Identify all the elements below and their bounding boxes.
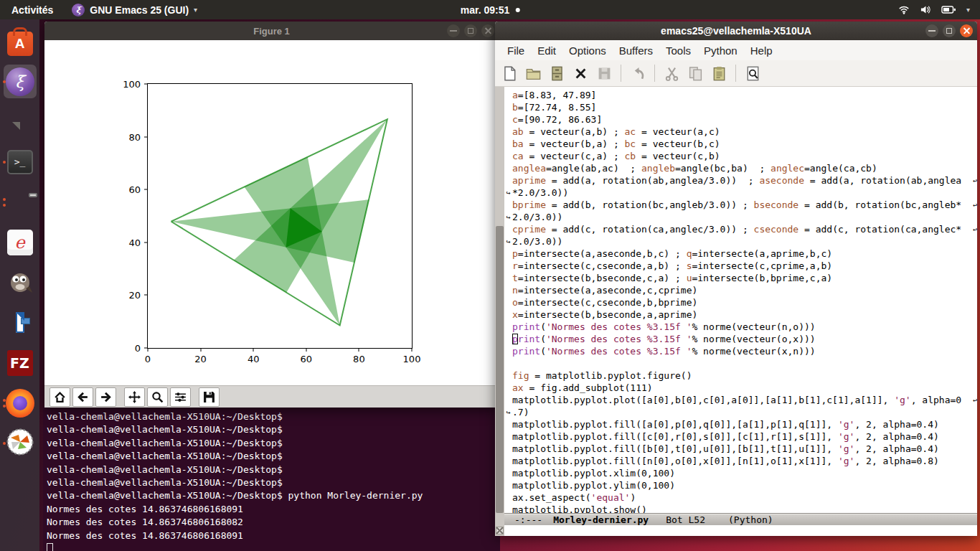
copy-icon-disabled[interactable] [684, 62, 706, 84]
wrap-continuation-icon [504, 321, 512, 333]
code-line: ↪2.0/3.0)) [504, 235, 977, 248]
save-icon-disabled[interactable] [593, 62, 615, 84]
code-text: bprime = add(b, rotation(bc,angleb/3.0))… [512, 199, 961, 211]
system-tray[interactable]: ▾ [898, 4, 980, 15]
code-token: r [512, 260, 518, 271]
code-token: = vecteur(c,a) ; [524, 151, 625, 161]
code-token: ba [512, 138, 524, 149]
code-token: b [512, 102, 518, 113]
minimize-button[interactable] [447, 24, 460, 37]
code-line: ↪*2.0/3.0)) [504, 187, 977, 199]
menu-edit[interactable]: Edit [531, 44, 562, 57]
menu-file[interactable]: File [501, 44, 531, 57]
emacs-title: emacs25@vellachemla-X510UA [661, 25, 811, 37]
menu-python[interactable]: Python [697, 44, 744, 57]
back-icon[interactable] [72, 387, 93, 407]
dock-item-emacs[interactable]: ξ [4, 65, 37, 98]
code-token: % norme(vecteur(x,n))) [692, 346, 815, 357]
code-line: b=[72.74, 8.55] [504, 101, 977, 113]
code-token: =intersecte(c,cseconde,b,bprime) [518, 297, 697, 308]
code-line: matplotlib.pyplot.plot([a[0],b[0],c[0],a… [504, 394, 977, 406]
code-line: n=intersecte(a,aseconde,c,cprime) [504, 284, 977, 296]
code-token: matplotlib.pyplot.fill([n[0],o[0],x[0]],… [512, 456, 838, 466]
code-token: 'Normes des cotes %3.15f ' [546, 334, 692, 344]
code-token: = vecteur(b,c) [636, 138, 720, 149]
dock-item-pinwheel-app[interactable] [4, 426, 37, 460]
activities-button[interactable]: Activités [0, 0, 65, 19]
code-token: bprime [512, 199, 546, 210]
dock-item-gimp[interactable] [4, 265, 37, 299]
minimize-button[interactable] [925, 24, 938, 37]
home-icon[interactable] [50, 387, 70, 407]
y-tick-label: 80 [128, 131, 141, 142]
close-button[interactable] [960, 24, 973, 37]
code-line: matplotlib.pyplot.fill([a[0],p[0],q[0]],… [504, 418, 977, 430]
zoom-icon[interactable] [147, 387, 168, 407]
code-line: bprime = add(b, rotation(bc,angleb/3.0))… [504, 199, 977, 211]
code-token: = add(a, rotation(ab,anglea/3.0)) ; [546, 175, 759, 186]
wrap-continuation-icon [504, 199, 512, 211]
dock-item-firefox[interactable] [4, 386, 37, 420]
chevron-down-icon: ▾ [194, 6, 197, 14]
code-token: t [512, 273, 518, 283]
code-token: = fig.add_subplot(111) [524, 382, 653, 393]
code-token: =intersecte(c,cprime,a,b) [692, 260, 832, 271]
wrap-continuation-icon: ↪ [504, 406, 512, 418]
clock-button[interactable]: mar. 09:51 [461, 0, 520, 19]
x-tick-label: 80 [353, 354, 365, 364]
menu-tools[interactable]: Tools [659, 44, 697, 57]
scrollbar-thumb[interactable] [496, 226, 504, 513]
wrap-continuation-icon [504, 369, 512, 382]
new-file-icon[interactable] [499, 62, 520, 84]
search-icon[interactable] [742, 62, 763, 84]
dock-item-libreoffice-writer[interactable] [4, 306, 37, 339]
dired-icon[interactable] [546, 62, 567, 84]
app-menu-button[interactable]: ξ GNU Emacs 25 (GUI) ▾ [65, 0, 204, 19]
dock-item-show-applications[interactable] [4, 512, 37, 546]
menu-buffers[interactable]: Buffers [613, 44, 659, 57]
code-text: matplotlib.pyplot.xlim(0,100) [512, 467, 675, 479]
dock-item-archive-manager[interactable] [4, 185, 37, 219]
code-token: .7) [512, 407, 529, 418]
maximize-button[interactable] [943, 24, 956, 37]
dock-item-ubuntu-software[interactable]: A [4, 24, 37, 58]
emacs-titlebar[interactable]: emacs25@vellachemla-X510UA [495, 22, 977, 40]
forward-icon[interactable] [95, 387, 116, 407]
save-icon[interactable] [199, 387, 220, 407]
close-button[interactable] [481, 24, 494, 37]
menu-help[interactable]: Help [744, 44, 779, 57]
code-line: print('Normes des cotes %3.15f '% norme(… [504, 333, 977, 345]
emacs-minibuffer[interactable] [504, 525, 977, 536]
wrap-continuation-icon [504, 284, 512, 296]
maximize-button[interactable] [464, 24, 477, 37]
code-token: ax.set_aspect( [512, 492, 591, 503]
code-line: cprime = add(c, rotation(ca,anglec/3.0))… [504, 223, 977, 235]
dock-item-document-viewer[interactable]: e [4, 225, 37, 259]
top-bar: Activités ξ GNU Emacs 25 (GUI) ▾ mar. 09… [0, 0, 980, 19]
dock-item-terminal[interactable]: >_ [4, 145, 37, 179]
emacs-buffer[interactable]: a=[8.83, 47.89]b=[72.74, 8.55]c=[90.72, … [504, 87, 977, 513]
code-text: .7) [512, 406, 529, 418]
dock-item-libreoffice-start[interactable] [4, 105, 37, 138]
close-buffer-icon[interactable] [570, 62, 591, 84]
code-token: anglec [771, 163, 804, 174]
dock: Aξ>_eFZ [0, 19, 39, 551]
undo-icon-disabled[interactable] [627, 62, 649, 84]
code-text: o=intersecte(c,cseconde,b,bprime) [512, 296, 697, 309]
figure-titlebar[interactable]: Figure 1 [44, 22, 499, 40]
code-text: matplotlib.pyplot.show() [512, 504, 647, 513]
code-token: =angle(bc,ba) ; [675, 163, 771, 174]
terminal-window[interactable]: vella-chemla@vellachemla-X510UA:~/Deskto… [43, 408, 500, 551]
scrollbar[interactable] [495, 87, 504, 536]
code-token: c [512, 114, 518, 125]
paste-icon[interactable] [708, 62, 730, 84]
cut-icon-disabled[interactable] [661, 62, 682, 84]
desktop: Activités ξ GNU Emacs 25 (GUI) ▾ mar. 09… [0, 0, 980, 551]
pan-icon[interactable] [124, 387, 145, 407]
open-file-icon[interactable] [522, 62, 544, 84]
menu-options[interactable]: Options [562, 44, 613, 57]
subplots-icon[interactable] [170, 387, 191, 407]
dock-item-filezilla[interactable]: FZ [4, 346, 37, 380]
wrap-continuation-icon [504, 455, 512, 467]
code-token: =[72.74, 8.55] [518, 102, 597, 113]
